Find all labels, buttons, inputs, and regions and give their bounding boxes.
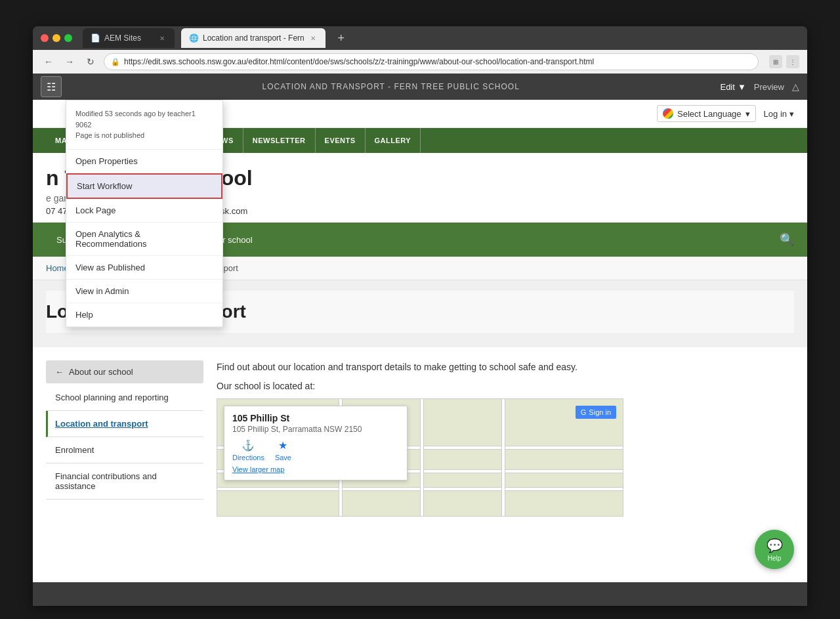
tab-aem-icon: 📄 [91, 33, 100, 43]
sidebar-item-planning[interactable]: School planning and reporting [46, 385, 203, 411]
directions-icon: ⚓ [242, 439, 255, 452]
tab-location-transport[interactable]: 🌐 Location and transport - Fern ✕ [181, 28, 326, 48]
extension-icon-2[interactable]: ⋮ [786, 55, 799, 68]
title-bar: 📄 AEM Sites ✕ 🌐 Location and transport -… [33, 26, 807, 50]
sidebar-item-financial[interactable]: Financial contributions and assistance [46, 463, 203, 500]
map-place-name: 105 Phillip St [232, 413, 399, 423]
map-save-button[interactable]: ★ Save [275, 439, 291, 461]
browser-nav-bar: ← → ↻ 🔒 https://edit.sws.schools.nsw.gov… [33, 50, 807, 74]
aem-dropdown-menu: Modified 53 seconds ago by teacher1 9062… [66, 100, 223, 328]
aem-preview-button[interactable]: Preview [754, 82, 784, 92]
forward-button[interactable]: → [62, 54, 77, 70]
tab-location-label: Location and transport - Fern [203, 33, 304, 43]
nav-gallery[interactable]: Gallery [366, 128, 421, 153]
sidebar-item-location[interactable]: Location and transport [46, 411, 203, 437]
content-located: Our school is located at: [217, 379, 794, 393]
open-analytics-item[interactable]: Open Analytics & Recommendations [66, 223, 222, 256]
tab-aem-label: AEM Sites [104, 33, 141, 43]
aem-edit-button[interactable]: Edit ▼ [720, 82, 746, 92]
new-tab-button[interactable]: + [332, 29, 350, 47]
content-area: Find out about our location and transpor… [217, 360, 794, 531]
back-button[interactable]: ← [41, 54, 56, 70]
nav-events[interactable]: Events [316, 128, 366, 153]
aem-toolbar: ☷ LOCATION AND TRANSPORT - FERN TREE PUB… [33, 74, 807, 100]
aem-action-buttons: Edit ▼ Preview △ [720, 81, 799, 92]
google-signin-icon: G [581, 408, 587, 416]
dropdown-info: Modified 53 seconds ago by teacher1 9062… [66, 100, 222, 150]
minimize-window-button[interactable] [52, 34, 60, 42]
tab-location-close-button[interactable]: ✕ [308, 33, 318, 43]
map-info-overlay: 105 Phillip St 105 Phillip St, Parramatt… [224, 406, 408, 480]
nav-newsletter[interactable]: Newsletter [243, 128, 316, 153]
aem-grid-button[interactable]: ☷ [41, 76, 62, 97]
modified-text: Modified 53 seconds ago by teacher1 9062 [75, 108, 213, 130]
help-menu-item[interactable]: Help [66, 303, 222, 327]
browser-window: 📄 AEM Sites ✕ 🌐 Location and transport -… [33, 26, 807, 606]
sidebar-back-link[interactable]: ← About our school [46, 360, 203, 383]
lock-page-item[interactable]: Lock Page [66, 199, 222, 223]
sidebar: ← About our school School planning and r… [46, 360, 203, 531]
tab-location-icon: 🌐 [189, 33, 199, 43]
reload-button[interactable]: ↻ [83, 54, 98, 70]
map-actions: ⚓ Directions ★ Save [232, 439, 399, 461]
search-icon[interactable]: 🔍 [780, 232, 794, 247]
view-larger-map-link[interactable]: View larger map [232, 465, 399, 473]
page-content: ☷ LOCATION AND TRANSPORT - FERN TREE PUB… [33, 74, 807, 582]
edit-chevron-icon: ▼ [738, 82, 746, 92]
lock-icon: 🔒 [111, 58, 120, 66]
close-window-button[interactable] [41, 34, 49, 42]
map-address: 105 Phillip St, Parramatta NSW 2150 [232, 425, 399, 434]
select-language-button[interactable]: Select Language ▾ [657, 105, 756, 122]
publish-status-text: Page is not published [75, 130, 213, 141]
aem-page-title: LOCATION AND TRANSPORT - FERN TREE PUBLI… [67, 82, 715, 91]
maximize-window-button[interactable] [64, 34, 72, 42]
tab-aem-sites[interactable]: 📄 AEM Sites ✕ [83, 28, 175, 48]
language-chevron-icon: ▾ [746, 109, 750, 119]
open-properties-item[interactable]: Open Properties [66, 150, 222, 173]
extension-icons: ⊞ ⋮ [769, 55, 799, 68]
content-intro: Find out about our location and transpor… [217, 360, 794, 374]
help-chat-icon: 💬 [766, 538, 783, 553]
view-published-item[interactable]: View as Published [66, 256, 222, 280]
extension-icon-1[interactable]: ⊞ [769, 55, 782, 68]
save-star-icon: ★ [278, 439, 287, 452]
address-bar[interactable]: 🔒 https://edit.sws.schools.nsw.gov.au/ed… [104, 53, 759, 70]
view-admin-item[interactable]: View in Admin [66, 280, 222, 303]
aem-share-icon[interactable]: △ [792, 81, 799, 92]
map-container: 105 Phillip St 105 Phillip St, Parramatt… [217, 398, 623, 517]
map-signin-button[interactable]: G Sign in [576, 406, 616, 419]
login-chevron-icon: ▾ [789, 109, 794, 119]
map-road-v2 [420, 399, 424, 516]
map-directions-button[interactable]: ⚓ Directions [232, 439, 264, 461]
help-button[interactable]: 💬 Help [755, 530, 794, 569]
tab-aem-close-button[interactable]: ✕ [158, 33, 167, 43]
sidebar-item-enrolment[interactable]: Enrolment [46, 437, 203, 463]
login-button[interactable]: Log in ▾ [764, 109, 794, 119]
address-text: https://edit.sws.schools.nsw.gov.au/edit… [124, 57, 594, 66]
select-language-label: Select Language [677, 109, 742, 119]
start-workflow-item[interactable]: Start Workflow [66, 173, 222, 199]
map-road-v3 [501, 399, 505, 516]
main-content: ← About our school School planning and r… [33, 347, 807, 544]
google-logo [663, 108, 673, 119]
back-arrow-icon: ← [55, 367, 64, 377]
traffic-lights [41, 34, 72, 42]
